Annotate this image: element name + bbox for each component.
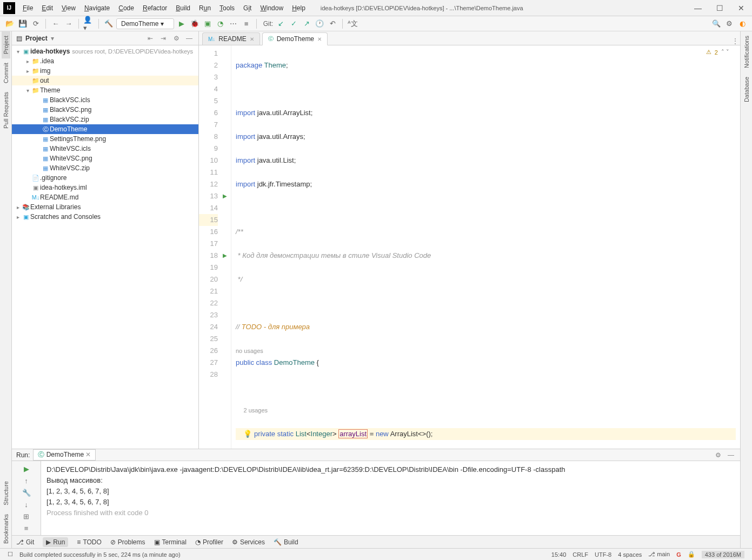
status-branch[interactable]: ⎇ main: [648, 551, 670, 558]
bottomtab-git[interactable]: ⎇ Git: [16, 538, 34, 546]
history-icon[interactable]: 🕐: [314, 18, 325, 29]
tree-img[interactable]: ▸📁img: [12, 66, 198, 76]
run-gutter-icon[interactable]: ▶: [223, 190, 227, 202]
tool-bookmarks[interactable]: Bookmarks: [2, 510, 10, 548]
run-hide-icon[interactable]: —: [726, 451, 736, 459]
tree-f1[interactable]: ▦BlackVSC.icls: [12, 95, 198, 105]
bottomtab-profiler[interactable]: ◔ Profiler: [195, 538, 223, 546]
bottomtab-terminal[interactable]: ▣ Terminal: [154, 538, 187, 546]
close-icon[interactable]: ✕: [317, 36, 322, 42]
commit-icon[interactable]: ✓: [288, 18, 299, 29]
menu-build[interactable]: Build: [171, 2, 195, 14]
attach-icon[interactable]: ⋯: [228, 18, 239, 29]
status-lock-icon[interactable]: 🔒: [688, 551, 695, 558]
rerun-icon[interactable]: ▶: [21, 463, 32, 474]
menu-tools[interactable]: Tools: [215, 2, 239, 14]
up-icon[interactable]: ↑: [21, 475, 32, 486]
expand-icon[interactable]: ⇥: [158, 35, 168, 42]
search-icon[interactable]: 🔍: [711, 18, 722, 29]
tool-project[interactable]: Project: [2, 31, 10, 58]
menu-view[interactable]: View: [57, 2, 80, 14]
coverage-icon[interactable]: ▣: [202, 18, 213, 29]
profile-icon[interactable]: ◔: [215, 18, 226, 29]
tree-idea[interactable]: ▸📁.idea: [12, 56, 198, 66]
tree-f3[interactable]: ▦BlackVSC.zip: [12, 115, 198, 124]
tree-demotheme[interactable]: ⒸDemoTheme: [12, 124, 198, 134]
run-config-select[interactable]: DemoTheme ▾: [116, 18, 174, 29]
status-eol[interactable]: CRLF: [573, 551, 588, 558]
back-icon[interactable]: ←: [50, 18, 61, 29]
layout-icon[interactable]: ⊞: [21, 511, 32, 522]
code-editor[interactable]: 123456789101112 13▶ 14 15 1617 18▶ 19202…: [199, 45, 740, 449]
filter-icon[interactable]: ≡: [21, 523, 32, 534]
tree-f8[interactable]: ▦WhiteVSC.zip: [12, 163, 198, 173]
tree-extlib[interactable]: ▸📚External Libraries: [12, 202, 198, 212]
bottomtab-services[interactable]: ⚙ Services: [232, 538, 265, 546]
stop-icon[interactable]: ■: [241, 18, 252, 29]
wrench-icon[interactable]: 🔧: [21, 487, 32, 498]
bottomtab-problems[interactable]: ⊘ Problems: [110, 538, 145, 546]
sync-icon[interactable]: ⟳: [30, 18, 41, 29]
inspections-badge[interactable]: ⚠ 2 ˄ ˅: [706, 49, 729, 56]
tab-readme[interactable]: M↓README✕: [202, 32, 260, 45]
tab-demotheme[interactable]: ⒸDemoTheme✕: [262, 32, 328, 45]
gear-icon[interactable]: ⚙: [724, 18, 735, 29]
collapse-icon[interactable]: ⇤: [145, 35, 155, 42]
project-tree[interactable]: ▾▣ idea-hotkeyssources root, D:\DEVELOP\…: [12, 45, 198, 449]
tool-database[interactable]: Database: [742, 72, 751, 106]
status-encoding[interactable]: UTF-8: [595, 551, 611, 558]
tree-readme[interactable]: M↓README.md: [12, 192, 198, 202]
tree-iml[interactable]: ▣idea-hotkeys.iml: [12, 183, 198, 192]
tool-structure[interactable]: Structure: [2, 477, 10, 510]
run-gear-icon[interactable]: ⚙: [713, 451, 723, 459]
code-area[interactable]: package Theme; import java.util.ArrayLis…: [231, 45, 740, 449]
tree-theme[interactable]: ▾📁Theme: [12, 85, 198, 95]
hammer-icon[interactable]: 🔨: [103, 18, 114, 29]
tree-f2[interactable]: ▦BlackVSC.png: [12, 105, 198, 115]
menu-code[interactable]: Code: [114, 2, 138, 14]
update-icon[interactable]: ↙: [275, 18, 286, 29]
menu-file[interactable]: File: [18, 2, 37, 14]
status-memory[interactable]: 433 of 2016M: [702, 551, 744, 558]
menu-window[interactable]: Window: [256, 2, 288, 14]
menu-edit[interactable]: Edit: [37, 2, 57, 14]
status-g-icon[interactable]: G: [676, 551, 681, 558]
forward-icon[interactable]: →: [63, 18, 74, 29]
tree-f7[interactable]: ▦WhiteVSC.png: [12, 154, 198, 163]
push-icon[interactable]: ↗: [301, 18, 312, 29]
bottomtab-run[interactable]: ▶ Run: [43, 537, 68, 547]
hide-icon[interactable]: —: [184, 35, 194, 42]
menu-help[interactable]: Help: [288, 2, 310, 14]
status-pos[interactable]: 15:40: [551, 551, 567, 558]
tree-out[interactable]: 📁out: [12, 76, 198, 85]
tree-gitignore[interactable]: 📄.gitignore: [12, 173, 198, 183]
pane-gear-icon[interactable]: ⚙: [171, 35, 181, 42]
close-button[interactable]: ✕: [730, 1, 752, 16]
menu-run[interactable]: Run: [195, 2, 215, 14]
tree-f5[interactable]: ▦SettingsTheme.png: [12, 134, 198, 144]
open-icon[interactable]: 📂: [4, 18, 15, 29]
down-icon[interactable]: ↓: [21, 499, 32, 510]
tool-pullrequests[interactable]: Pull Requests: [2, 88, 10, 133]
status-indent[interactable]: 4 spaces: [618, 551, 642, 558]
run-icon[interactable]: ▶: [176, 18, 187, 29]
bottomtab-build[interactable]: 🔨 Build: [274, 538, 298, 546]
tree-root[interactable]: ▾▣ idea-hotkeyssources root, D:\DEVELOP\…: [12, 46, 198, 56]
run-gutter-icon[interactable]: ▶: [223, 250, 227, 262]
translate-icon[interactable]: ᴬ文: [347, 18, 358, 29]
close-icon[interactable]: ✕: [250, 36, 254, 42]
minimize-button[interactable]: —: [687, 1, 709, 16]
menu-git[interactable]: Git: [239, 2, 256, 14]
tree-scratches[interactable]: ▸▣Scratches and Consoles: [12, 212, 198, 222]
menu-refactor[interactable]: Refactor: [138, 2, 171, 14]
tree-f6[interactable]: ▦WhiteVSC.icls: [12, 144, 198, 154]
debug-icon[interactable]: 🐞: [189, 18, 200, 29]
save-icon[interactable]: 💾: [17, 18, 28, 29]
maximize-button[interactable]: ☐: [709, 1, 730, 16]
run-tab[interactable]: Ⓒ DemoTheme ✕: [33, 449, 96, 461]
menu-navigate[interactable]: Navigate: [80, 2, 114, 14]
tabs-more-icon[interactable]: ⋮: [730, 37, 740, 45]
tool-commit[interactable]: Commit: [2, 58, 10, 88]
user-icon[interactable]: 👤▾: [83, 18, 94, 29]
tool-notifications[interactable]: Notifications: [742, 31, 751, 72]
